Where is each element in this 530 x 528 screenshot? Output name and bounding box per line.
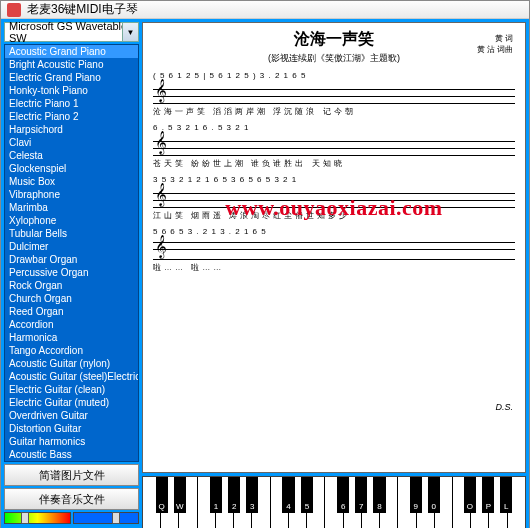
score-subtitle: (影视连续剧《笑傲江湖》主题歌): [153, 52, 515, 65]
content-area: Microsoft GS Wavetable SW ▼ Acoustic Gra…: [1, 19, 529, 528]
instrument-item[interactable]: Marimba: [5, 201, 138, 214]
black-key[interactable]: 0: [428, 477, 440, 513]
score-view[interactable]: 沧海一声笑 (影视连续剧《笑傲江湖》主题歌) 黄 词 黄 沾 词曲 ( 5 6 …: [142, 22, 526, 473]
instrument-item[interactable]: Music Box: [5, 175, 138, 188]
ds-marker: D.S.: [495, 402, 513, 412]
instrument-item[interactable]: Reed Organ: [5, 305, 138, 318]
staff-line: [153, 239, 515, 261]
instrument-item[interactable]: Drawbar Organ: [5, 253, 138, 266]
notation-line: 6 . 5 3 2 1 6 . 5 3 2 1: [153, 123, 515, 132]
instrument-item[interactable]: Electric Piano 1: [5, 97, 138, 110]
chevron-down-icon[interactable]: ▼: [122, 23, 138, 41]
titlebar[interactable]: 老麦36键MIDI电子琴: [1, 1, 529, 19]
top-row: Microsoft GS Wavetable SW ▼ Acoustic Gra…: [4, 22, 526, 528]
tempo-slider[interactable]: [4, 512, 71, 524]
instrument-item[interactable]: Vibraphone: [5, 188, 138, 201]
lyric-line: 江山笑 烟雨遥 涛浪淘尽红尘俗世知多少: [153, 210, 515, 221]
instrument-item[interactable]: Acoustic Bass: [5, 448, 138, 461]
sidebar: Microsoft GS Wavetable SW ▼ Acoustic Gra…: [4, 22, 139, 528]
volume-slider[interactable]: [73, 512, 140, 524]
midi-device-combo[interactable]: Microsoft GS Wavetable SW ▼: [4, 22, 139, 42]
lyric-line: 沧海一声笑 滔滔两岸潮 浮沉随浪 记今朝: [153, 106, 515, 117]
instrument-item[interactable]: Church Organ: [5, 292, 138, 305]
black-key[interactable]: P: [482, 477, 494, 513]
black-key[interactable]: O: [464, 477, 476, 513]
black-key[interactable]: 2: [228, 477, 240, 513]
instrument-item[interactable]: Acoustic Guitar (steel)Electric: [5, 370, 138, 383]
black-key[interactable]: 9: [410, 477, 422, 513]
black-key[interactable]: 6: [337, 477, 349, 513]
instrument-item[interactable]: Harmonica: [5, 331, 138, 344]
instrument-item[interactable]: Electric Guitar (clean): [5, 383, 138, 396]
instrument-item[interactable]: Distortion Guitar: [5, 422, 138, 435]
instrument-item[interactable]: Percussive Organ: [5, 266, 138, 279]
load-accomp-button[interactable]: 伴奏音乐文件: [4, 488, 139, 510]
score-credit: 黄 词 黄 沾 词曲: [477, 33, 513, 55]
instrument-item[interactable]: Rock Organ: [5, 279, 138, 292]
black-key[interactable]: W: [174, 477, 186, 513]
instrument-item[interactable]: Tango Accordion: [5, 344, 138, 357]
combo-value: Microsoft GS Wavetable SW: [9, 22, 134, 44]
staff-line: [153, 83, 515, 105]
black-key[interactable]: Q: [156, 477, 168, 513]
instrument-item[interactable]: Clavi: [5, 136, 138, 149]
instrument-item[interactable]: Xylophone: [5, 214, 138, 227]
load-score-button[interactable]: 简谱图片文件: [4, 464, 139, 486]
instrument-listbox[interactable]: Acoustic Grand PianoBright Acoustic Pian…: [4, 44, 139, 462]
instrument-item[interactable]: Tubular Bells: [5, 227, 138, 240]
instrument-item[interactable]: Glockenspiel: [5, 162, 138, 175]
notation-line: ( 5 6 1 2 5 | 5 6 1 2 5 ) 3 . 2 1 6 5: [153, 71, 515, 80]
lyric-line: 苍天笑 纷纷世上潮 谁负谁胜出 天知晓: [153, 158, 515, 169]
piano-keyboard: ZXCVBNMASDFGHJKERTYUI QW1234567890OPL 12…: [142, 476, 526, 528]
app-icon: [7, 3, 21, 17]
black-key[interactable]: 4: [282, 477, 294, 513]
app-window: 老麦36键MIDI电子琴 Microsoft GS Wavetable SW ▼…: [0, 0, 530, 528]
instrument-item[interactable]: Acoustic Guitar (nylon): [5, 357, 138, 370]
staff-line: [153, 187, 515, 209]
instrument-item[interactable]: Acoustic Grand Piano: [5, 45, 138, 58]
slider-row: [4, 512, 139, 526]
instrument-item[interactable]: Honky-tonk Piano: [5, 84, 138, 97]
instrument-item[interactable]: Celesta: [5, 149, 138, 162]
black-key[interactable]: 3: [246, 477, 258, 513]
black-key[interactable]: 8: [373, 477, 385, 513]
black-key[interactable]: 7: [355, 477, 367, 513]
instrument-item[interactable]: Bright Acoustic Piano: [5, 58, 138, 71]
instrument-item[interactable]: Harpsichord: [5, 123, 138, 136]
instrument-item[interactable]: Dulcimer: [5, 240, 138, 253]
lyric-line: 啦…… 啦……: [153, 262, 515, 273]
instrument-item[interactable]: Electric Grand Piano: [5, 71, 138, 84]
score-title: 沧海一声笑: [153, 29, 515, 50]
instrument-item[interactable]: Accordion: [5, 318, 138, 331]
black-key[interactable]: 5: [301, 477, 313, 513]
staff-line: [153, 135, 515, 157]
notation-line: 3 5 3 2 1 2 1 6 5 3 6 5 6 5 3 2 1: [153, 175, 515, 184]
instrument-item[interactable]: Electric Piano 2: [5, 110, 138, 123]
black-key[interactable]: 1: [210, 477, 222, 513]
notation-line: 5 6 6 5 3 . 2 1 3 . 2 1 6 5: [153, 227, 515, 236]
main-panel: 沧海一声笑 (影视连续剧《笑傲江湖》主题歌) 黄 词 黄 沾 词曲 ( 5 6 …: [142, 22, 526, 528]
black-key[interactable]: L: [500, 477, 512, 513]
window-title: 老麦36键MIDI电子琴: [27, 1, 138, 18]
instrument-item[interactable]: Guitar harmonics: [5, 435, 138, 448]
instrument-item[interactable]: Overdriven Guitar: [5, 409, 138, 422]
instrument-item[interactable]: Electric Guitar (muted): [5, 396, 138, 409]
